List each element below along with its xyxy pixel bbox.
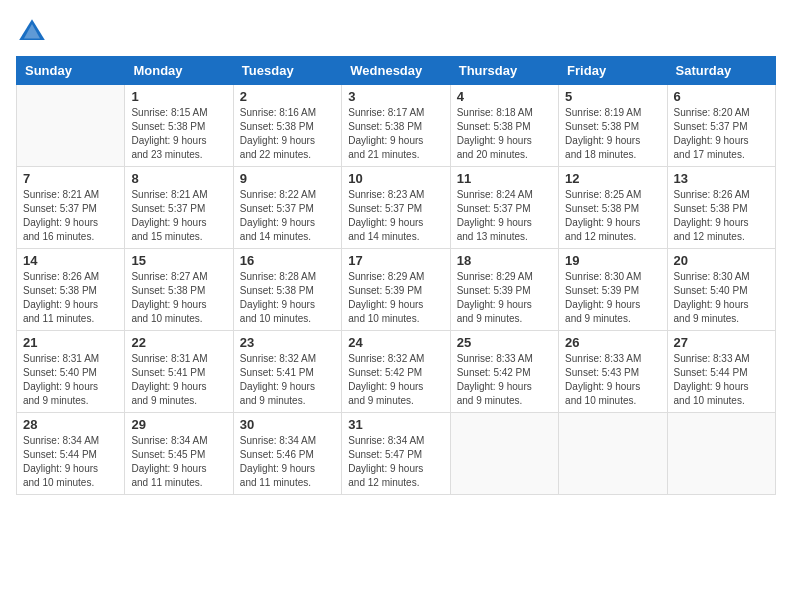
- calendar-cell: 9Sunrise: 8:22 AM Sunset: 5:37 PM Daylig…: [233, 167, 341, 249]
- day-number: 23: [240, 335, 335, 350]
- day-info: Sunrise: 8:32 AM Sunset: 5:42 PM Dayligh…: [348, 352, 443, 408]
- calendar-cell: 4Sunrise: 8:18 AM Sunset: 5:38 PM Daylig…: [450, 85, 558, 167]
- calendar-week-row: 28Sunrise: 8:34 AM Sunset: 5:44 PM Dayli…: [17, 413, 776, 495]
- calendar-cell: 1Sunrise: 8:15 AM Sunset: 5:38 PM Daylig…: [125, 85, 233, 167]
- day-number: 13: [674, 171, 769, 186]
- calendar-cell: 28Sunrise: 8:34 AM Sunset: 5:44 PM Dayli…: [17, 413, 125, 495]
- day-info: Sunrise: 8:26 AM Sunset: 5:38 PM Dayligh…: [23, 270, 118, 326]
- day-number: 4: [457, 89, 552, 104]
- day-info: Sunrise: 8:17 AM Sunset: 5:38 PM Dayligh…: [348, 106, 443, 162]
- calendar-week-row: 1Sunrise: 8:15 AM Sunset: 5:38 PM Daylig…: [17, 85, 776, 167]
- day-info: Sunrise: 8:25 AM Sunset: 5:38 PM Dayligh…: [565, 188, 660, 244]
- calendar-cell: 6Sunrise: 8:20 AM Sunset: 5:37 PM Daylig…: [667, 85, 775, 167]
- day-number: 3: [348, 89, 443, 104]
- day-info: Sunrise: 8:24 AM Sunset: 5:37 PM Dayligh…: [457, 188, 552, 244]
- day-info: Sunrise: 8:20 AM Sunset: 5:37 PM Dayligh…: [674, 106, 769, 162]
- day-number: 8: [131, 171, 226, 186]
- calendar-cell: 24Sunrise: 8:32 AM Sunset: 5:42 PM Dayli…: [342, 331, 450, 413]
- calendar-cell: 8Sunrise: 8:21 AM Sunset: 5:37 PM Daylig…: [125, 167, 233, 249]
- day-info: Sunrise: 8:16 AM Sunset: 5:38 PM Dayligh…: [240, 106, 335, 162]
- calendar-week-row: 14Sunrise: 8:26 AM Sunset: 5:38 PM Dayli…: [17, 249, 776, 331]
- weekday-header: Thursday: [450, 57, 558, 85]
- calendar-cell: 23Sunrise: 8:32 AM Sunset: 5:41 PM Dayli…: [233, 331, 341, 413]
- weekday-header: Saturday: [667, 57, 775, 85]
- header: [16, 16, 776, 48]
- day-info: Sunrise: 8:29 AM Sunset: 5:39 PM Dayligh…: [457, 270, 552, 326]
- day-info: Sunrise: 8:18 AM Sunset: 5:38 PM Dayligh…: [457, 106, 552, 162]
- calendar-cell: 11Sunrise: 8:24 AM Sunset: 5:37 PM Dayli…: [450, 167, 558, 249]
- day-info: Sunrise: 8:27 AM Sunset: 5:38 PM Dayligh…: [131, 270, 226, 326]
- day-info: Sunrise: 8:15 AM Sunset: 5:38 PM Dayligh…: [131, 106, 226, 162]
- day-number: 10: [348, 171, 443, 186]
- day-info: Sunrise: 8:21 AM Sunset: 5:37 PM Dayligh…: [131, 188, 226, 244]
- calendar-cell: 27Sunrise: 8:33 AM Sunset: 5:44 PM Dayli…: [667, 331, 775, 413]
- calendar-cell: 14Sunrise: 8:26 AM Sunset: 5:38 PM Dayli…: [17, 249, 125, 331]
- day-number: 17: [348, 253, 443, 268]
- calendar-week-row: 7Sunrise: 8:21 AM Sunset: 5:37 PM Daylig…: [17, 167, 776, 249]
- weekday-header: Friday: [559, 57, 667, 85]
- day-info: Sunrise: 8:30 AM Sunset: 5:39 PM Dayligh…: [565, 270, 660, 326]
- calendar-cell: [450, 413, 558, 495]
- calendar-cell: [17, 85, 125, 167]
- weekday-header: Wednesday: [342, 57, 450, 85]
- day-info: Sunrise: 8:31 AM Sunset: 5:40 PM Dayligh…: [23, 352, 118, 408]
- calendar-cell: 19Sunrise: 8:30 AM Sunset: 5:39 PM Dayli…: [559, 249, 667, 331]
- day-number: 2: [240, 89, 335, 104]
- calendar-cell: 17Sunrise: 8:29 AM Sunset: 5:39 PM Dayli…: [342, 249, 450, 331]
- day-number: 24: [348, 335, 443, 350]
- day-number: 19: [565, 253, 660, 268]
- calendar-cell: 29Sunrise: 8:34 AM Sunset: 5:45 PM Dayli…: [125, 413, 233, 495]
- day-number: 1: [131, 89, 226, 104]
- day-number: 7: [23, 171, 118, 186]
- calendar-cell: 18Sunrise: 8:29 AM Sunset: 5:39 PM Dayli…: [450, 249, 558, 331]
- calendar-cell: 25Sunrise: 8:33 AM Sunset: 5:42 PM Dayli…: [450, 331, 558, 413]
- day-info: Sunrise: 8:31 AM Sunset: 5:41 PM Dayligh…: [131, 352, 226, 408]
- day-info: Sunrise: 8:33 AM Sunset: 5:44 PM Dayligh…: [674, 352, 769, 408]
- day-number: 31: [348, 417, 443, 432]
- calendar-cell: [667, 413, 775, 495]
- day-info: Sunrise: 8:33 AM Sunset: 5:42 PM Dayligh…: [457, 352, 552, 408]
- day-number: 15: [131, 253, 226, 268]
- day-number: 29: [131, 417, 226, 432]
- weekday-header: Sunday: [17, 57, 125, 85]
- calendar-cell: 7Sunrise: 8:21 AM Sunset: 5:37 PM Daylig…: [17, 167, 125, 249]
- day-number: 16: [240, 253, 335, 268]
- day-info: Sunrise: 8:19 AM Sunset: 5:38 PM Dayligh…: [565, 106, 660, 162]
- calendar-cell: 15Sunrise: 8:27 AM Sunset: 5:38 PM Dayli…: [125, 249, 233, 331]
- day-info: Sunrise: 8:32 AM Sunset: 5:41 PM Dayligh…: [240, 352, 335, 408]
- calendar-cell: 26Sunrise: 8:33 AM Sunset: 5:43 PM Dayli…: [559, 331, 667, 413]
- calendar-cell: 20Sunrise: 8:30 AM Sunset: 5:40 PM Dayli…: [667, 249, 775, 331]
- day-info: Sunrise: 8:34 AM Sunset: 5:44 PM Dayligh…: [23, 434, 118, 490]
- day-number: 26: [565, 335, 660, 350]
- day-info: Sunrise: 8:34 AM Sunset: 5:45 PM Dayligh…: [131, 434, 226, 490]
- calendar-cell: 10Sunrise: 8:23 AM Sunset: 5:37 PM Dayli…: [342, 167, 450, 249]
- day-info: Sunrise: 8:22 AM Sunset: 5:37 PM Dayligh…: [240, 188, 335, 244]
- day-info: Sunrise: 8:26 AM Sunset: 5:38 PM Dayligh…: [674, 188, 769, 244]
- day-number: 20: [674, 253, 769, 268]
- calendar-cell: 31Sunrise: 8:34 AM Sunset: 5:47 PM Dayli…: [342, 413, 450, 495]
- day-number: 22: [131, 335, 226, 350]
- day-number: 28: [23, 417, 118, 432]
- day-info: Sunrise: 8:29 AM Sunset: 5:39 PM Dayligh…: [348, 270, 443, 326]
- day-info: Sunrise: 8:21 AM Sunset: 5:37 PM Dayligh…: [23, 188, 118, 244]
- day-number: 12: [565, 171, 660, 186]
- weekday-header: Monday: [125, 57, 233, 85]
- day-number: 14: [23, 253, 118, 268]
- calendar-cell: 13Sunrise: 8:26 AM Sunset: 5:38 PM Dayli…: [667, 167, 775, 249]
- calendar-header-row: SundayMondayTuesdayWednesdayThursdayFrid…: [17, 57, 776, 85]
- calendar-cell: 2Sunrise: 8:16 AM Sunset: 5:38 PM Daylig…: [233, 85, 341, 167]
- day-number: 30: [240, 417, 335, 432]
- calendar-cell: 22Sunrise: 8:31 AM Sunset: 5:41 PM Dayli…: [125, 331, 233, 413]
- day-number: 5: [565, 89, 660, 104]
- day-number: 11: [457, 171, 552, 186]
- page-container: SundayMondayTuesdayWednesdayThursdayFrid…: [16, 16, 776, 495]
- day-number: 21: [23, 335, 118, 350]
- logo: [16, 16, 54, 48]
- calendar-week-row: 21Sunrise: 8:31 AM Sunset: 5:40 PM Dayli…: [17, 331, 776, 413]
- day-number: 27: [674, 335, 769, 350]
- calendar-cell: 16Sunrise: 8:28 AM Sunset: 5:38 PM Dayli…: [233, 249, 341, 331]
- weekday-header: Tuesday: [233, 57, 341, 85]
- calendar-cell: 30Sunrise: 8:34 AM Sunset: 5:46 PM Dayli…: [233, 413, 341, 495]
- calendar: SundayMondayTuesdayWednesdayThursdayFrid…: [16, 56, 776, 495]
- calendar-cell: 12Sunrise: 8:25 AM Sunset: 5:38 PM Dayli…: [559, 167, 667, 249]
